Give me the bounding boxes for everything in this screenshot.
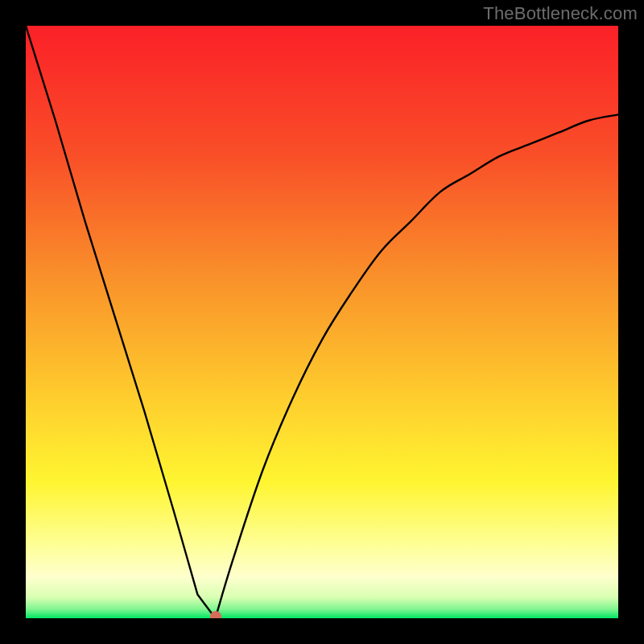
chart-frame: TheBottleneck.com: [0, 0, 644, 644]
bottleneck-curve: [26, 26, 618, 618]
optimal-point-marker: [210, 611, 221, 618]
attribution-watermark: TheBottleneck.com: [483, 3, 638, 24]
plot-area: [26, 26, 618, 618]
